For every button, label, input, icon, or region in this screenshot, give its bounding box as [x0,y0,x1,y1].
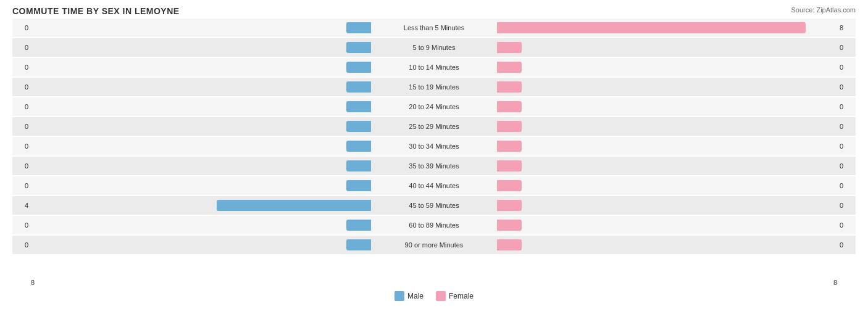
row-inner: 5 to 9 Minutes [31,38,837,57]
chart-row: 0 90 or more Minutes 0 [12,236,856,254]
left-value: 4 [12,202,31,209]
female-bar [497,239,522,250]
chart-row: 0 40 to 44 Minutes 0 [12,176,856,195]
row-inner: 30 to 34 Minutes [31,137,837,155]
right-value: 0 [837,83,856,91]
female-color-box [436,291,446,301]
left-value: 0 [12,142,31,150]
chart-area: 0 Less than 5 Minutes 8 0 5 to 9 Minutes… [12,19,856,278]
female-bar [497,220,522,231]
chart-row: 0 5 to 9 Minutes 0 [12,38,856,57]
row-inner: 60 to 89 Minutes [31,216,837,234]
male-bar [217,200,371,211]
male-bar [346,42,371,53]
bottom-right-value: 8 [833,279,837,286]
male-bar [346,62,371,73]
female-side [496,117,837,136]
row-label: 60 to 89 Minutes [372,221,496,229]
left-value: 0 [12,44,31,51]
chart-row: 4 45 to 59 Minutes 0 [12,196,856,215]
male-bar [346,180,371,191]
female-side [496,97,837,116]
source-text: Source: ZipAtlas.com [791,6,856,14]
right-value: 0 [837,64,856,71]
row-inner: 20 to 24 Minutes [31,97,837,116]
right-value: 0 [837,142,856,150]
left-value: 0 [12,241,31,249]
male-bar [346,220,371,231]
female-side [496,216,837,234]
left-value: 0 [12,162,31,170]
row-inner: 40 to 44 Minutes [31,176,837,195]
female-bar [497,160,522,171]
male-bar [346,239,371,250]
female-side [496,19,837,37]
male-side [31,78,372,96]
female-bar [497,42,522,53]
chart-row: 0 20 to 24 Minutes 0 [12,97,856,116]
right-value: 0 [837,202,856,209]
row-label: 15 to 19 Minutes [372,83,496,91]
left-value: 0 [12,83,31,91]
right-value: 0 [837,182,856,189]
left-value: 0 [12,24,31,31]
chart-row: 0 25 to 29 Minutes 0 [12,117,856,136]
row-label: 45 to 59 Minutes [372,202,496,209]
row-inner: 45 to 59 Minutes [31,196,837,215]
chart-row: 0 Less than 5 Minutes 8 [12,19,856,37]
chart-title: COMMUTE TIME BY SEX IN LEMOYNE [12,6,856,16]
male-side [31,97,372,116]
row-inner: 35 to 39 Minutes [31,157,837,175]
right-value: 0 [837,123,856,130]
female-bar [497,81,522,93]
right-value: 0 [837,44,856,51]
male-side [31,176,372,195]
female-side [496,38,837,57]
female-side [496,137,837,155]
right-value: 0 [837,162,856,170]
male-side [31,38,372,57]
female-bar [497,141,522,152]
row-label: Less than 5 Minutes [372,24,496,31]
male-bar [346,101,371,112]
male-side [31,216,372,234]
row-label: 5 to 9 Minutes [372,44,496,51]
chart-container: COMMUTE TIME BY SEX IN LEMOYNE Source: Z… [0,0,868,322]
left-value: 0 [12,103,31,110]
row-inner: 15 to 19 Minutes [31,78,837,96]
male-label: Male [407,292,424,300]
male-side [31,157,372,175]
chart-row: 0 30 to 34 Minutes 0 [12,137,856,155]
female-side [496,176,837,195]
right-value: 0 [837,241,856,249]
row-label: 30 to 34 Minutes [372,142,496,150]
legend-female: Female [436,291,474,301]
female-side [496,196,837,215]
male-bar [346,22,371,33]
row-label: 40 to 44 Minutes [372,182,496,189]
row-inner: Less than 5 Minutes [31,19,837,37]
male-color-box [394,291,404,301]
chart-row: 0 35 to 39 Minutes 0 [12,157,856,175]
row-label: 20 to 24 Minutes [372,103,496,110]
female-side [496,58,837,76]
female-side [496,236,837,254]
chart-row: 0 60 to 89 Minutes 0 [12,216,856,234]
female-bar [497,62,522,73]
left-value: 0 [12,182,31,189]
male-side [31,58,372,76]
female-label: Female [449,292,474,300]
female-bar [497,101,522,112]
row-inner: 90 or more Minutes [31,236,837,254]
left-value: 0 [12,123,31,130]
chart-row: 0 15 to 19 Minutes 0 [12,78,856,96]
male-side [31,196,372,215]
legend: Male Female [12,291,856,301]
row-label: 10 to 14 Minutes [372,64,496,71]
female-side [496,157,837,175]
male-bar [346,160,371,171]
male-bar [346,81,371,93]
row-inner: 10 to 14 Minutes [31,58,837,76]
female-bar [497,22,806,33]
female-side [496,78,837,96]
